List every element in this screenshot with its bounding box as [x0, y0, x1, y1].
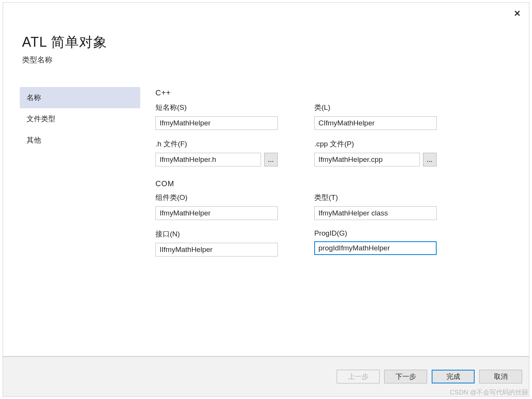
cancel-button[interactable]: 取消 — [479, 370, 522, 383]
row-interface-progid: 接口(N) ProgID(G) — [155, 229, 483, 256]
field-progid: ProgID(G) — [314, 229, 437, 256]
dialog: ✕ ATL 简单对象 类型名称 名称 文件类型 其他 C++ 短名称(S) — [3, 2, 529, 356]
field-cpp-file: .cpp 文件(P) ... — [314, 139, 437, 166]
finish-button[interactable]: 完成 — [432, 370, 475, 383]
row-coclass-type: 组件类(O) 类型(T) — [155, 193, 483, 220]
progid-input[interactable] — [314, 241, 437, 255]
field-short-name: 短名称(S) — [155, 103, 278, 130]
field-interface: 接口(N) — [155, 229, 278, 256]
interface-label: 接口(N) — [155, 229, 278, 239]
progid-label: ProgID(G) — [314, 229, 437, 238]
h-file-input[interactable] — [155, 153, 261, 166]
cpp-file-browse-button[interactable]: ... — [423, 153, 437, 166]
prev-button: 上一步 — [337, 370, 380, 383]
page-title: ATL 简单对象 — [22, 33, 529, 52]
class-input[interactable] — [314, 116, 437, 130]
close-icon[interactable]: ✕ — [514, 10, 521, 18]
dialog-footer: 上一步 下一步 完成 取消 — [3, 356, 529, 397]
row-shortname-class: 短名称(S) 类(L) — [155, 103, 483, 130]
field-class: 类(L) — [314, 103, 437, 130]
h-file-browse-button[interactable]: ... — [264, 153, 278, 166]
sidebar-item-other[interactable]: 其他 — [20, 130, 140, 151]
class-label: 类(L) — [314, 103, 437, 112]
dialog-header: ATL 简单对象 类型名称 — [3, 3, 529, 65]
field-type: 类型(T) — [314, 193, 437, 220]
sidebar-item-name[interactable]: 名称 — [20, 87, 140, 108]
field-h-file: .h 文件(F) ... — [155, 139, 278, 166]
sidebar: 名称 文件类型 其他 — [20, 87, 140, 266]
short-name-label: 短名称(S) — [155, 103, 278, 112]
dialog-body: 名称 文件类型 其他 C++ 短名称(S) 类(L) — [3, 87, 529, 266]
section-com: COM — [155, 179, 483, 188]
section-cpp: C++ — [155, 89, 483, 97]
interface-input[interactable] — [155, 243, 278, 256]
page-subtitle: 类型名称 — [22, 55, 529, 65]
type-label: 类型(T) — [314, 193, 437, 203]
type-input[interactable] — [314, 206, 437, 220]
row-hfile-cppfile: .h 文件(F) ... .cpp 文件(P) ... — [155, 139, 483, 166]
sidebar-item-label: 文件类型 — [27, 114, 55, 124]
cpp-file-input[interactable] — [314, 153, 420, 166]
next-button[interactable]: 下一步 — [384, 370, 427, 383]
sidebar-item-filetype[interactable]: 文件类型 — [20, 108, 140, 130]
sidebar-item-label: 名称 — [27, 93, 41, 103]
sidebar-item-label: 其他 — [27, 135, 41, 145]
form: C++ 短名称(S) 类(L) .h 文件(F) — [140, 87, 529, 266]
coclass-label: 组件类(O) — [155, 193, 278, 203]
short-name-input[interactable] — [155, 116, 278, 130]
cpp-file-label: .cpp 文件(P) — [314, 139, 437, 149]
coclass-input[interactable] — [155, 206, 278, 220]
h-file-label: .h 文件(F) — [155, 139, 278, 149]
field-coclass: 组件类(O) — [155, 193, 278, 220]
